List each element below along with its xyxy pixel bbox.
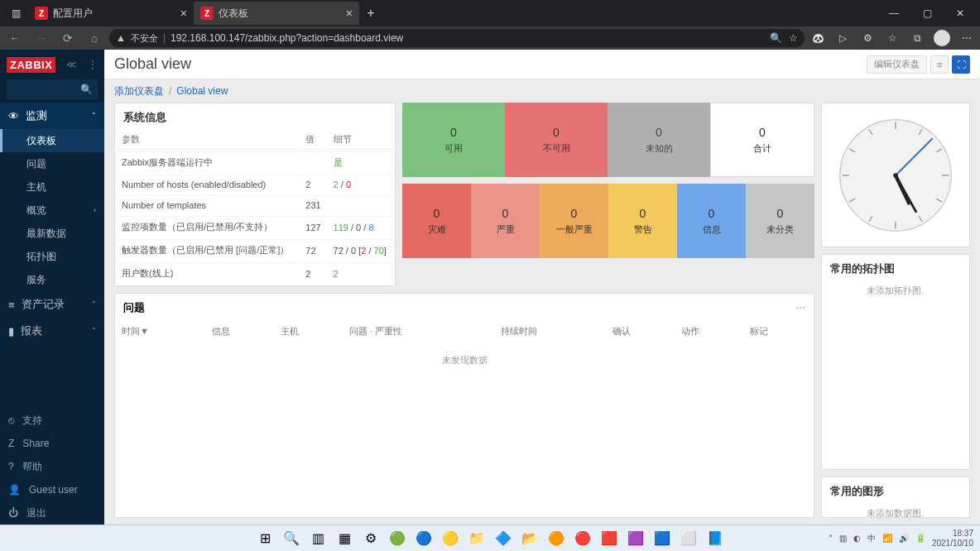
url-text: 192.168.100.147/zabbix.php?action=dashbo… [171, 32, 403, 44]
nav-section-reports[interactable]: ▮ 报表 ˅ [0, 318, 104, 344]
tray-icon[interactable]: 🔋 [915, 534, 925, 543]
tab-corner-icon[interactable]: ▥ [3, 2, 28, 25]
maximize-button[interactable]: ▢ [910, 2, 944, 25]
browser-tab-1[interactable]: Z 仪表板 × [194, 2, 359, 25]
footer-help[interactable]: ?帮助 [0, 455, 104, 478]
back-button[interactable]: ← [3, 26, 26, 50]
app-icon[interactable]: 🟠 [545, 527, 568, 550]
tray-icon[interactable]: ◐ [853, 534, 861, 543]
ext-icon[interactable]: ▷ [833, 28, 853, 48]
reload-button[interactable]: ⟳ [56, 26, 79, 50]
column-header[interactable]: 主机 [276, 320, 343, 343]
lang-indicator[interactable]: 中 [867, 533, 876, 544]
edit-dashboard-button[interactable]: 编辑仪表盘 [867, 55, 927, 74]
status-cell[interactable]: 0警告 [608, 184, 677, 258]
status-cell[interactable]: 0可用 [402, 103, 505, 177]
column-header[interactable]: 持续时间 [496, 320, 606, 343]
status-cell[interactable]: 0未分类 [746, 184, 814, 258]
tray-icon[interactable]: 📶 [882, 534, 892, 543]
status-cell[interactable]: 0一般严重 [540, 184, 608, 258]
page-title: Global view [114, 55, 191, 73]
url-field[interactable]: ▲ 不安全 | 192.168.100.147/zabbix.php?actio… [109, 29, 805, 47]
sidebar-item-hosts[interactable]: 主机 [0, 175, 104, 199]
forward-button[interactable]: → [30, 26, 53, 50]
favorite-icon[interactable]: ☆ [789, 32, 798, 44]
minimize-button[interactable]: — [877, 2, 910, 25]
sidebar-item-maps[interactable]: 拓扑图 [0, 245, 104, 268]
sidebar-item-latest[interactable]: 最新数据 [0, 222, 104, 245]
ext-icon[interactable]: ☆ [882, 28, 902, 48]
sidebar-item-overview[interactable]: 概览› [0, 199, 104, 222]
tray-icon[interactable]: 🔊 [899, 534, 909, 543]
app-icon[interactable]: 🟪 [624, 527, 647, 550]
widget-menu-icon[interactable]: ⋯ [795, 302, 805, 314]
search-button[interactable]: 🔍 [280, 527, 303, 550]
breadcrumb-link[interactable]: 添加仪表盘 [114, 84, 164, 98]
ext-icon[interactable]: ⧉ [907, 28, 927, 48]
app-icon[interactable]: 📁 [465, 527, 488, 550]
column-header[interactable]: 确认 [608, 320, 675, 343]
taskview-button[interactable]: ▥ [306, 527, 329, 550]
status-cell[interactable]: 0信息 [677, 184, 746, 258]
nav-section-inventory[interactable]: ≡ 资产记录 ˅ [0, 291, 104, 318]
menu-icon[interactable]: ⋯ [957, 28, 977, 48]
sidebar-item-problems[interactable]: 问题 [0, 152, 104, 175]
nav-section-monitor[interactable]: 👁 监测 ˄ [0, 103, 104, 129]
app-icon[interactable]: ⚙ [359, 527, 382, 550]
search-icon[interactable]: 🔍 [770, 32, 782, 44]
footer-user[interactable]: 👤Guest user [0, 478, 104, 501]
sidebar: ZABBIX ≪ ⋮ 🔍 👁 监测 ˄ 仪表板 问题 主机 概览› 最新数据 拓… [0, 50, 104, 525]
status-cell[interactable]: 0不可用 [505, 103, 608, 177]
tray-icon[interactable]: ▥ [839, 534, 847, 543]
logo[interactable]: ZABBIX [7, 57, 55, 73]
ext-icon[interactable]: 🐼 [808, 28, 828, 48]
footer-share[interactable]: ZShare [0, 432, 104, 455]
app-icon[interactable]: 📘 [704, 527, 727, 550]
status-cell[interactable]: 0合计 [710, 103, 814, 177]
start-button[interactable]: ⊞ [253, 527, 276, 550]
app-icon[interactable]: 🔷 [492, 527, 515, 550]
sidebar-item-dashboard[interactable]: 仪表板 [0, 129, 104, 152]
column-header[interactable]: 标记 [745, 320, 812, 343]
tray-icon[interactable]: ˄ [829, 534, 833, 543]
close-window-button[interactable]: ✕ [944, 2, 977, 25]
status-cell[interactable]: 0灾难 [402, 184, 471, 258]
close-icon[interactable]: × [180, 7, 187, 20]
list-view-button[interactable]: ≡ [930, 55, 949, 74]
logout-icon: ⏻ [8, 507, 18, 519]
widgets-button[interactable]: ▦ [333, 527, 356, 550]
column-header[interactable]: 问题 · 严重性 [344, 320, 494, 343]
home-button[interactable]: ⌂ [83, 26, 106, 50]
sidebar-item-services[interactable]: 服务 [0, 268, 104, 291]
app-icon[interactable]: ⬜ [677, 527, 700, 550]
browser-tab-0[interactable]: Z 配置用户 × [28, 2, 194, 25]
footer-support[interactable]: ⎋支持 [0, 409, 104, 432]
empty-text: 未添加拓扑图. [822, 280, 969, 302]
app-icon[interactable]: 🔴 [571, 527, 594, 550]
fullscreen-button[interactable]: ⛶ [952, 55, 970, 74]
app-icon[interactable]: 🟢 [386, 527, 409, 550]
search-input[interactable]: 🔍 [7, 79, 98, 99]
close-icon[interactable]: × [346, 7, 353, 20]
app-icon[interactable]: 📂 [518, 527, 541, 550]
app-icon[interactable]: 🟥 [598, 527, 621, 550]
ext-icon[interactable]: ⚙ [858, 28, 877, 48]
status-cell[interactable]: 0未知的 [608, 103, 710, 177]
taskbar-clock[interactable]: 18:37 2021/10/10 [932, 529, 973, 549]
app-icon[interactable]: 🟡 [439, 527, 462, 550]
breadcrumb-current[interactable]: Global view [176, 85, 228, 97]
collapse-icon[interactable]: ≪ [66, 59, 77, 70]
app-icon[interactable]: 🟦 [651, 527, 674, 550]
app-icon[interactable]: 🔵 [412, 527, 435, 550]
avatar-icon[interactable] [932, 28, 952, 48]
svg-point-16 [893, 173, 898, 178]
column-header[interactable]: 动作 [676, 320, 743, 343]
column-header[interactable]: 时间▼ [117, 320, 205, 343]
column-header[interactable]: 信息 [207, 320, 274, 343]
new-tab-button[interactable]: + [359, 2, 382, 25]
table-row: Number of templates231 [117, 195, 393, 214]
menu-icon[interactable]: ⋮ [88, 59, 98, 70]
tab-title: 配置用户 [53, 7, 93, 21]
status-cell[interactable]: 0严重 [471, 184, 540, 258]
footer-logout[interactable]: ⏻退出 [0, 501, 104, 525]
